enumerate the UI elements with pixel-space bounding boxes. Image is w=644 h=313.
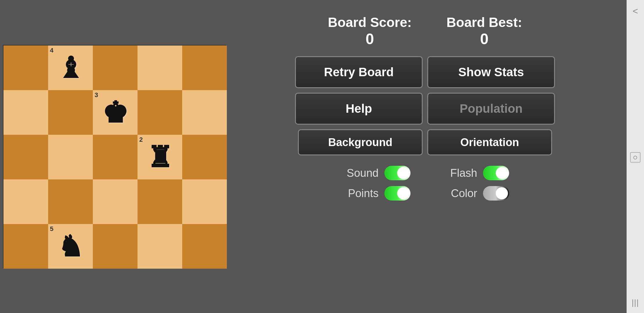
- show-stats-button[interactable]: Show Stats: [427, 56, 555, 88]
- piece-bishop-0-1: ♝: [57, 53, 84, 82]
- orientation-button[interactable]: Orientation: [427, 129, 552, 155]
- retry-board-button[interactable]: Retry Board: [295, 56, 423, 88]
- sound-toggle[interactable]: [384, 166, 410, 180]
- cell-0-2[interactable]: [93, 46, 138, 90]
- cell-3-4[interactable]: [182, 179, 227, 224]
- piece-king-1-2: ♚: [102, 98, 128, 127]
- cell-4-2[interactable]: [93, 224, 138, 269]
- piece-rook-2-3: ♜: [147, 143, 173, 172]
- board-score-label: Board Score:: [328, 14, 412, 30]
- flash-toggle-knob: [496, 167, 508, 179]
- flash-toggle[interactable]: [483, 166, 509, 180]
- cell-2-4[interactable]: [182, 135, 227, 179]
- button-row-2: Help Population: [241, 93, 609, 125]
- cell-0-4[interactable]: [182, 46, 227, 90]
- board-score-value: 0: [366, 30, 374, 48]
- cell-3-3[interactable]: [138, 179, 182, 224]
- cell-1-1[interactable]: [48, 90, 93, 135]
- cell-4-0[interactable]: [3, 224, 48, 269]
- sound-toggle-item: Sound: [341, 166, 410, 180]
- flash-toggle-item: Flash: [439, 166, 509, 180]
- cell-4-4[interactable]: [182, 224, 227, 269]
- chess-board[interactable]: 4♝3♚2♜5♞: [3, 45, 226, 268]
- cell-3-2[interactable]: [93, 179, 138, 224]
- cell-0-0[interactable]: [3, 46, 48, 90]
- toggles-section: Sound Flash Points Color: [241, 166, 609, 201]
- cell-4-1[interactable]: 5♞: [48, 224, 93, 269]
- cell-2-3[interactable]: 2♜: [138, 135, 182, 179]
- cell-4-3[interactable]: [138, 224, 182, 269]
- color-toggle-item: Color: [439, 186, 509, 201]
- points-toggle[interactable]: [384, 186, 410, 201]
- cell-label-0-1: 4: [50, 47, 53, 54]
- cell-label-2-3: 2: [139, 136, 143, 143]
- score-section: Board Score: 0 Board Best: 0: [241, 14, 609, 48]
- board-best-label: Board Best:: [446, 14, 522, 30]
- flash-label: Flash: [439, 167, 477, 179]
- sound-label: Sound: [341, 167, 379, 179]
- cell-3-1[interactable]: [48, 179, 93, 224]
- cell-0-1[interactable]: 4♝: [48, 46, 93, 90]
- population-button[interactable]: Population: [427, 93, 555, 125]
- sound-toggle-knob: [397, 167, 409, 179]
- cell-2-1[interactable]: [48, 135, 93, 179]
- home-icon[interactable]: ○: [630, 152, 641, 163]
- back-chevron-icon[interactable]: <: [633, 6, 638, 17]
- chess-board-section: 4♝3♚2♜5♞: [0, 0, 229, 313]
- color-toggle[interactable]: [483, 186, 509, 201]
- cell-1-3[interactable]: [138, 90, 182, 135]
- cell-1-2[interactable]: 3♚: [93, 90, 138, 135]
- right-panel: Board Score: 0 Board Best: 0 Retry Board…: [229, 0, 627, 313]
- cell-3-0[interactable]: [3, 179, 48, 224]
- background-button[interactable]: Background: [298, 129, 423, 155]
- piece-knight-4-1: ♞: [57, 232, 84, 261]
- points-toggle-item: Points: [341, 186, 410, 201]
- points-toggle-knob: [397, 187, 409, 199]
- cell-0-3[interactable]: [138, 46, 182, 90]
- help-button[interactable]: Help: [295, 93, 423, 125]
- toggle-row-1: Sound Flash: [341, 166, 509, 180]
- menu-bars-icon[interactable]: |||: [632, 298, 639, 307]
- cell-label-4-1: 5: [50, 225, 53, 233]
- color-toggle-knob: [496, 187, 508, 199]
- cell-2-0[interactable]: [3, 135, 48, 179]
- cell-1-0[interactable]: [3, 90, 48, 135]
- board-best-item: Board Best: 0: [446, 14, 522, 48]
- sidebar-nav: < ○ |||: [627, 0, 644, 313]
- board-best-value: 0: [480, 30, 489, 48]
- cell-1-4[interactable]: [182, 90, 227, 135]
- cell-2-2[interactable]: [93, 135, 138, 179]
- cell-label-1-2: 3: [95, 91, 98, 99]
- color-label: Color: [439, 187, 477, 200]
- board-score-item: Board Score: 0: [328, 14, 412, 48]
- toggle-row-2: Points Color: [341, 186, 509, 201]
- button-row-1: Retry Board Show Stats: [241, 56, 609, 88]
- button-row-3: Background Orientation: [241, 129, 609, 155]
- points-label: Points: [341, 187, 379, 200]
